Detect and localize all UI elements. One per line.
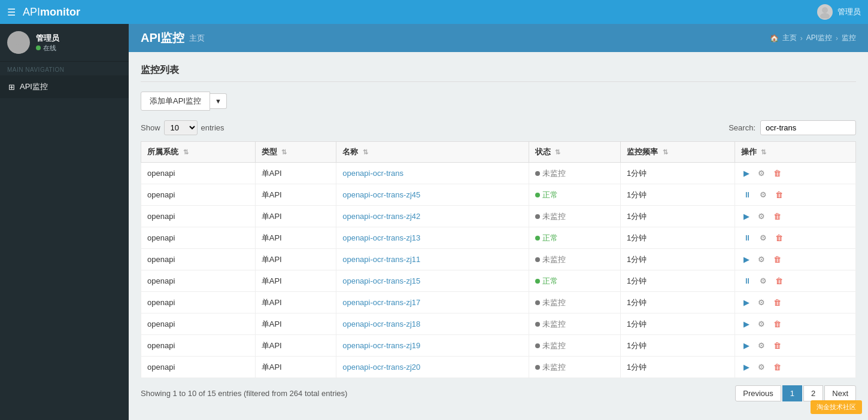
- action-buttons: ▶ ⚙ 🗑: [741, 168, 849, 179]
- status-badge: 未监控: [535, 168, 614, 179]
- breadcrumb-api[interactable]: API监控: [806, 33, 832, 43]
- api-name-link[interactable]: openapi-ocr-trans-zj15: [342, 276, 420, 285]
- status-indicator: [535, 257, 540, 262]
- breadcrumb: 🏠 主页 › API监控 › 监控: [770, 33, 856, 43]
- col-name[interactable]: 名称 ⇅: [336, 142, 529, 163]
- pause-button[interactable]: ⏸: [741, 189, 754, 200]
- sidebar-item-api-monitor[interactable]: ⊞ API监控: [0, 75, 129, 98]
- show-entries: Show 10 25 50 100 entries: [141, 120, 224, 135]
- page-1-button[interactable]: 1: [782, 385, 802, 401]
- cell-type: 单API: [255, 292, 336, 314]
- delete-button[interactable]: 🗑: [771, 254, 784, 265]
- api-name-link[interactable]: openapi-ocr-trans-zj18: [342, 319, 420, 328]
- api-name-link[interactable]: openapi-ocr-trans-zj45: [342, 190, 420, 199]
- play-button[interactable]: ▶: [741, 211, 752, 222]
- breadcrumb-home[interactable]: 主页: [782, 33, 797, 43]
- delete-button[interactable]: 🗑: [771, 297, 784, 308]
- delete-button[interactable]: 🗑: [771, 318, 784, 330]
- cell-actions: ▶ ⚙ 🗑: [735, 249, 855, 270]
- status-badge: 正常: [535, 233, 614, 244]
- settings-button[interactable]: ⚙: [755, 318, 767, 330]
- table-row: openapi 单API openapi-ocr-trans-zj42 未监控 …: [141, 206, 856, 227]
- settings-button[interactable]: ⚙: [757, 275, 769, 287]
- hamburger-icon[interactable]: ☰: [7, 7, 16, 18]
- settings-button[interactable]: ⚙: [755, 361, 767, 373]
- section-title: 监控列表: [141, 64, 856, 82]
- cell-type: 单API: [255, 163, 336, 184]
- cell-freq: 1分钟: [621, 163, 735, 184]
- cell-type: 单API: [255, 270, 336, 292]
- table-row: openapi 单API openapi-ocr-trans 未监控 1分钟 ▶…: [141, 163, 856, 184]
- delete-button[interactable]: 🗑: [771, 168, 784, 179]
- api-name-link[interactable]: openapi-ocr-trans-zj13: [342, 233, 420, 242]
- play-button[interactable]: ▶: [741, 361, 752, 373]
- cell-type: 单API: [255, 335, 336, 357]
- cell-status: 未监控: [529, 206, 620, 227]
- table-row: openapi 单API openapi-ocr-trans-zj17 未监控 …: [141, 292, 856, 314]
- play-button[interactable]: ▶: [741, 254, 752, 265]
- api-name-link[interactable]: openapi-ocr-trans-zj11: [342, 255, 420, 264]
- table-row: openapi 单API openapi-ocr-trans-zj13 正常 1…: [141, 227, 856, 249]
- settings-button[interactable]: ⚙: [755, 340, 767, 351]
- search-input[interactable]: [760, 120, 856, 135]
- api-name-link[interactable]: openapi-ocr-trans-zj42: [342, 212, 420, 221]
- api-name-link[interactable]: openapi-ocr-trans-zj19: [342, 341, 420, 350]
- delete-button[interactable]: 🗑: [771, 340, 784, 351]
- add-dropdown-button[interactable]: ▼: [210, 93, 227, 109]
- delete-button[interactable]: 🗑: [771, 211, 784, 222]
- status-badge: 未监控: [535, 211, 614, 222]
- delete-button[interactable]: 🗑: [773, 275, 785, 287]
- play-button[interactable]: ▶: [741, 340, 752, 351]
- settings-button[interactable]: ⚙: [755, 168, 767, 179]
- cell-system: openapi: [141, 163, 256, 184]
- cell-name: openapi-ocr-trans-zj45: [336, 184, 529, 206]
- delete-button[interactable]: 🗑: [771, 361, 784, 373]
- entries-select[interactable]: 10 25 50 100: [164, 120, 198, 135]
- action-buttons: ⏸ ⚙ 🗑: [741, 232, 849, 244]
- settings-button[interactable]: ⚙: [757, 189, 769, 200]
- brand-logo: APImonitor: [23, 6, 80, 19]
- prev-button[interactable]: Previous: [735, 385, 781, 401]
- settings-button[interactable]: ⚙: [757, 232, 769, 244]
- api-name-link[interactable]: openapi-ocr-trans-zj20: [342, 363, 420, 372]
- cell-name: openapi-ocr-trans-zj17: [336, 292, 529, 314]
- api-name-link[interactable]: openapi-ocr-trans-zj17: [342, 298, 420, 307]
- settings-button[interactable]: ⚙: [755, 211, 767, 222]
- action-buttons: ▶ ⚙ 🗑: [741, 318, 849, 330]
- cell-status: 正常: [529, 184, 620, 206]
- play-button[interactable]: ▶: [741, 168, 752, 179]
- col-system[interactable]: 所属系统 ⇅: [141, 142, 256, 163]
- delete-button[interactable]: 🗑: [773, 232, 785, 244]
- play-button[interactable]: ▶: [741, 318, 752, 330]
- settings-button[interactable]: ⚙: [755, 254, 767, 265]
- status-indicator: [535, 343, 540, 348]
- breadcrumb-icon: 🏠: [770, 34, 779, 42]
- next-button[interactable]: Next: [824, 385, 856, 401]
- page-2-button[interactable]: 2: [803, 385, 823, 401]
- col-status[interactable]: 状态 ⇅: [529, 142, 620, 163]
- svg-point-1: [820, 13, 830, 19]
- col-action[interactable]: 操作 ⇅: [735, 142, 855, 163]
- table-row: openapi 单API openapi-ocr-trans-zj15 正常 1…: [141, 270, 856, 292]
- cell-freq: 1分钟: [621, 227, 735, 249]
- status-indicator: [535, 171, 540, 176]
- api-name-link[interactable]: openapi-ocr-trans: [342, 169, 403, 178]
- play-button[interactable]: ▶: [741, 297, 752, 308]
- cell-freq: 1分钟: [621, 206, 735, 227]
- status-indicator: [535, 300, 540, 305]
- search-box: Search:: [729, 120, 856, 135]
- nav-label: MAIN NAVIGATION: [0, 62, 129, 75]
- pause-button[interactable]: ⏸: [741, 275, 754, 287]
- status-badge: 正常: [535, 276, 614, 287]
- delete-button[interactable]: 🗑: [773, 189, 785, 200]
- col-type[interactable]: 类型 ⇅: [255, 142, 336, 163]
- add-api-button[interactable]: 添加单API监控: [141, 92, 210, 111]
- settings-button[interactable]: ⚙: [755, 297, 767, 308]
- status-badge: 未监控: [535, 254, 614, 265]
- main-layout: 管理员 在线 MAIN NAVIGATION ⊞ API监控 API监控 主页 …: [0, 24, 868, 420]
- table-row: openapi 单API openapi-ocr-trans-zj11 未监控 …: [141, 249, 856, 270]
- status-text: 未监控: [542, 211, 566, 222]
- cell-status: 未监控: [529, 357, 620, 378]
- col-freq[interactable]: 监控频率 ⇅: [621, 142, 735, 163]
- pause-button[interactable]: ⏸: [741, 232, 754, 244]
